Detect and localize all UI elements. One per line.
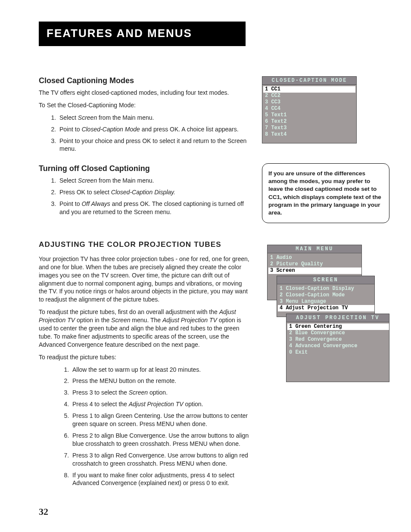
cc-mode-menu: CLOSED-CAPTION MODE 1 CC1 2 CC2 3 CC3 4 … — [262, 76, 357, 143]
list-item: Press 3 to align Red Convergence. Use ar… — [71, 451, 250, 468]
screen-menu-title: SCREEN — [277, 276, 374, 284]
main-menu-row: 2 Picture Quality — [270, 261, 360, 268]
list-item: Select Screen from the Main menu. — [58, 114, 250, 122]
adjust-menu-card: ADJUST PROJECTION TV 1 Green Centering 2… — [286, 314, 389, 382]
info-callout: If you are unsure of the differences amo… — [262, 163, 389, 223]
heading-cc-off: Turning off Closed Captioning — [39, 164, 250, 173]
cc-off-steps: Select Screen from the Main menu. Press … — [39, 177, 250, 216]
cc-modes-lead: To Set the Closed-Captioning Mode: — [39, 101, 250, 109]
list-item: Press 4 to select the Adjust Projection … — [71, 400, 250, 408]
adjust-menu-title: ADJUST PROJECTION TV — [286, 314, 389, 322]
heading-adjust-tubes: Adjusting the Color Projection Tubes — [39, 240, 250, 249]
screen-menu-card: SCREEN 1 Closed-Caption Display 2 Closed… — [277, 276, 375, 317]
adjust-menu-row: 4 Advanced Convergence — [289, 343, 387, 349]
cc-menu-row: 4 CC4 — [265, 106, 354, 112]
cc-menu-list: 1 CC1 2 CC2 3 CC3 4 CC4 5 Text1 6 Text2 … — [262, 85, 357, 143]
cc-menu-row: 3 CC3 — [265, 99, 354, 106]
cc-menu-row: 6 Text2 — [265, 118, 354, 125]
screen-menu-row-selected: 4 Adjust Projection TV — [278, 305, 374, 311]
list-item: Allow the set to warm up for at least 20… — [71, 366, 250, 374]
cc-menu-title: CLOSED-CAPTION MODE — [262, 76, 357, 85]
screen-menu-row: 1 Closed-Caption Display — [280, 286, 373, 292]
adjust-menu-row: 0 Exit — [289, 349, 387, 356]
adjust-menu-row: 3 Red Convergence — [289, 336, 387, 343]
nested-menu-diagram: MAIN MENU 1 Audio 2 Picture Quality 3 Sc… — [262, 245, 389, 391]
cc-modes-intro: The TV offers eight closed-captioned mod… — [39, 89, 250, 97]
list-item: Press 1 to align Green Centering. Use th… — [71, 412, 250, 428]
heading-cc-modes: Closed Captioning Modes — [39, 76, 250, 85]
screen-menu-row: 2 Closed-Caption Mode — [280, 292, 373, 299]
main-menu-row-selected: 3 Screen — [268, 268, 361, 274]
list-item: Point to Closed-Caption Mode and press O… — [58, 125, 250, 134]
cc-menu-row: 7 Text3 — [265, 125, 354, 131]
sidebar-column: CLOSED-CAPTION MODE 1 CC1 2 CC2 3 CC3 4 … — [262, 76, 389, 491]
adjust-lead: To readjust the picture tubes: — [39, 353, 250, 361]
list-item: Press 3 to select the Screen option. — [71, 389, 250, 397]
adjust-steps: Allow the set to warm up for at least 20… — [39, 366, 250, 488]
list-item: If you want to make finer color adjustme… — [71, 471, 250, 488]
list-item: Press the MENU button on the remote. — [71, 377, 250, 385]
adjust-p2: To readjust the picture tubes, first do … — [39, 308, 250, 348]
list-item: Point to your choice and press OK to sel… — [58, 137, 250, 153]
cc-menu-row-selected: 1 CC1 — [263, 86, 355, 93]
main-menu-title: MAIN MENU — [268, 245, 361, 253]
list-item: Point to Off Always and press OK. The cl… — [58, 200, 250, 216]
cc-menu-row: 8 Text4 — [265, 131, 354, 138]
page-header: Features and Menus — [39, 22, 246, 46]
list-item: Press 2 to align Blue Convergence. Use t… — [71, 432, 250, 448]
cc-menu-row: 2 CC2 — [265, 93, 354, 99]
cc-menu-row: 5 Text1 — [265, 112, 354, 118]
body-column: Closed Captioning Modes The TV offers ei… — [39, 76, 250, 491]
screen-menu-row: 3 Menu Language — [280, 299, 373, 305]
page-number: 32 — [39, 506, 48, 517]
cc-modes-steps: Select Screen from the Main menu. Point … — [39, 114, 250, 153]
adjust-menu-row: 2 Blue Convergence — [289, 330, 387, 336]
list-item: Press OK to select Closed-Caption Displa… — [58, 188, 250, 196]
main-menu-row: 1 Audio — [270, 255, 360, 261]
list-item: Select Screen from the Main menu. — [58, 177, 250, 185]
adjust-p1: Your projection TV has three color proje… — [39, 255, 250, 304]
adjust-menu-row-selected: 1 Green Centering — [287, 324, 389, 330]
